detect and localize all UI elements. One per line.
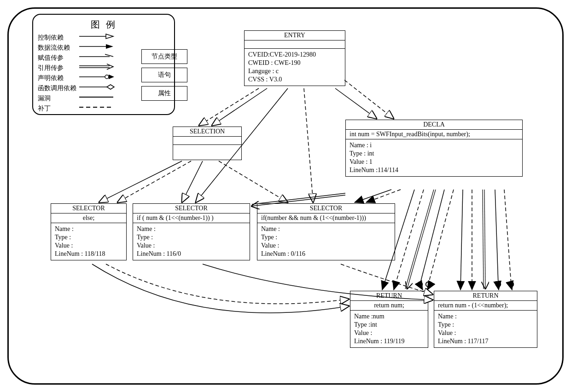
- attr-line: Value :: [55, 242, 122, 250]
- attr-line: Type :int: [354, 321, 424, 329]
- attr-line: Value : 1: [350, 158, 519, 166]
- attr-line: Name :num: [354, 312, 424, 321]
- attr-line: Name : i: [350, 141, 519, 150]
- node-head: RETURN: [434, 291, 537, 301]
- legend-label-patch: 补丁: [38, 104, 78, 114]
- node-head: SELECTION: [173, 127, 241, 137]
- attr-line: Value :: [137, 242, 246, 250]
- attr-line: LineNum : 116/0: [137, 250, 246, 258]
- node-selection: SELECTION: [173, 127, 242, 160]
- node-head: SELECTOR: [257, 204, 395, 213]
- attr-line: LineNum : 117/117: [438, 337, 533, 346]
- node-stmt: if(number && num & (1<<(number-1))): [257, 213, 395, 223]
- attr-line: CVEID:CVE-2019-12980: [248, 51, 341, 59]
- arrow-icon: [78, 33, 115, 43]
- attr-line: CVSS : V3.0: [248, 75, 341, 84]
- attr-line: LineNum : 118/118: [55, 250, 122, 258]
- legend-shape-nodetype: 节点类型: [141, 49, 187, 64]
- attr-line: Name :: [55, 225, 122, 233]
- arrow-icon: [78, 83, 115, 94]
- attr-line: LineNum :114/114: [350, 166, 519, 174]
- node-decla: DECLA int num = SWFInput_readBits(input,…: [345, 120, 523, 177]
- node-attrs: Name : Type : Value : LineNum : 116/0: [133, 223, 250, 260]
- node-selector-if2: SELECTOR if(number && num & (1<<(number-…: [257, 203, 395, 260]
- attr-line: Type :: [55, 233, 122, 242]
- svg-marker-10: [109, 75, 114, 79]
- attr-line: LineNum : 119/119: [354, 337, 424, 346]
- node-attrs: Name : Type : Value : LineNum : 0/116: [257, 223, 395, 260]
- node-head: RETURN: [350, 291, 428, 301]
- arrow-icon: [78, 63, 115, 74]
- attr-line: Name :: [137, 225, 246, 233]
- node-stmt: return num;: [350, 301, 428, 311]
- attr-line: Value :: [261, 242, 391, 250]
- line-icon: [78, 104, 115, 114]
- svg-marker-3: [106, 44, 113, 49]
- attr-line: Value :: [438, 329, 533, 337]
- node-head: ENTRY: [245, 31, 345, 40]
- legend-label-dataflow-dep: 数据流依赖: [38, 43, 78, 53]
- legend-row: 控制依赖: [38, 33, 169, 43]
- node-attrs: Name : Type : Value : LineNum : 117/117: [434, 311, 537, 347]
- legend-label-ref-param: 引用传参: [38, 63, 78, 73]
- attr-line: Type :: [261, 233, 391, 242]
- svg-marker-1: [106, 34, 113, 39]
- attr-line: Type : int: [350, 150, 519, 158]
- node-attrs: Name : Type : Value : LineNum : 118/118: [51, 223, 126, 260]
- attr-line: Type :: [137, 233, 246, 242]
- legend-shape-stmt: 语句: [141, 68, 187, 82]
- node-head: SELECTOR: [133, 204, 250, 213]
- node-entry: ENTRY CVEID:CVE-2019-12980 CWEID : CWE-1…: [244, 30, 345, 86]
- svg-point-9: [105, 75, 109, 79]
- legend-label-vuln: 漏洞: [38, 93, 78, 104]
- legend-title: 图 例: [38, 18, 169, 31]
- arrow-icon: [78, 53, 115, 63]
- legend-shape-attr: 属性: [141, 86, 187, 101]
- attr-line: LineNum : 0/116: [261, 250, 391, 258]
- node-selector-else: SELECTOR else; Name : Type : Value : Lin…: [51, 203, 127, 260]
- attr-line: Type :: [438, 321, 533, 329]
- attr-line: CWEID : CWE-190: [248, 59, 341, 67]
- node-head: SELECTOR: [51, 204, 126, 213]
- arrow-icon: [78, 43, 115, 53]
- arrow-icon: [78, 73, 115, 84]
- legend-shapes: 节点类型 语句 属性: [141, 49, 187, 104]
- node-stmt: else;: [51, 213, 126, 223]
- legend-row: 补丁: [38, 104, 169, 114]
- node-attrs: Name : i Type : int Value : 1 LineNum :1…: [346, 139, 522, 176]
- attr-line: Name :: [261, 225, 391, 233]
- node-attrs: [173, 145, 241, 160]
- attr-line: Name :: [438, 312, 533, 321]
- node-stmt: [173, 137, 241, 145]
- node-return-num: RETURN return num; Name :num Type :int V…: [350, 291, 428, 348]
- attr-line: Languge : c: [248, 67, 341, 75]
- attr-line: Value :: [354, 329, 424, 337]
- node-selector-if1: SELECTOR if ( num & (1<<(number-1)) ) Na…: [133, 203, 250, 260]
- svg-marker-12: [107, 85, 114, 89]
- legend-panel: 图 例 控制依赖 数据流依赖 赋值传参 引用传参 声明依赖 函数调用依赖 漏洞 …: [32, 14, 175, 115]
- node-stmt: [245, 40, 345, 49]
- node-stmt: if ( num & (1<<(number-1)) ): [133, 213, 250, 223]
- node-head: DECLA: [346, 120, 522, 130]
- node-stmt: int num = SWFInput_readBits(input, numbe…: [346, 130, 522, 139]
- legend-label-decl-dep: 声明依赖: [38, 73, 78, 83]
- node-attrs: CVEID:CVE-2019-12980 CWEID : CWE-190 Lan…: [245, 49, 345, 86]
- legend-label-assign-param: 赋值传参: [38, 53, 78, 63]
- line-icon: [78, 93, 115, 104]
- legend-label-call-dep: 函数调用依赖: [38, 83, 78, 93]
- legend-label-control-dep: 控制依赖: [38, 33, 78, 43]
- node-stmt: return num - (1<<number);: [434, 301, 537, 311]
- node-attrs: Name :num Type :int Value : LineNum : 11…: [350, 311, 428, 347]
- node-return-expr: RETURN return num - (1<<number); Name : …: [434, 291, 537, 348]
